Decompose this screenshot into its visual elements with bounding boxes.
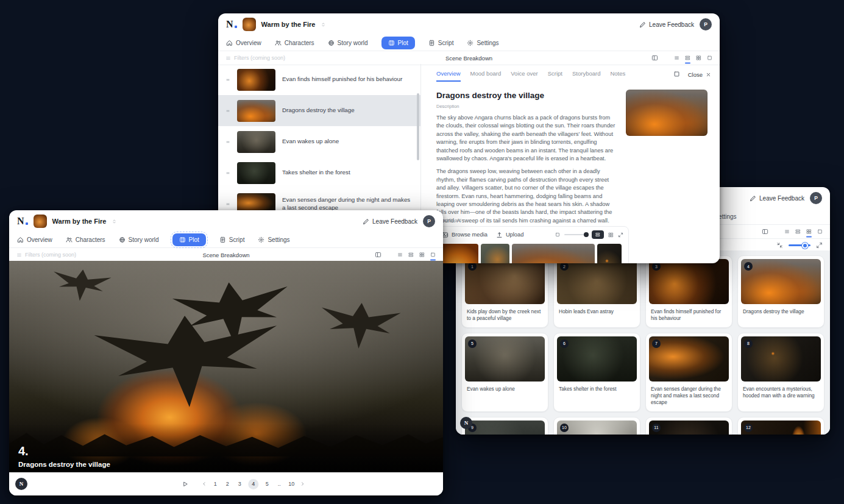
detail-tab-storyboard[interactable]: Storyboard xyxy=(572,70,600,82)
leave-feedback-button[interactable]: Leave Feedback xyxy=(750,195,804,202)
drag-handle-icon[interactable] xyxy=(225,171,230,176)
grid-view-icon[interactable] xyxy=(806,229,812,235)
scene-list-item[interactable]: Takes shelter in the forest xyxy=(218,157,420,188)
tab-story-world[interactable]: Story world xyxy=(119,236,159,243)
scene-card[interactable]: 1Kids play down by the creek next to a p… xyxy=(461,255,548,328)
leave-feedback-button[interactable]: Leave Feedback xyxy=(639,21,694,28)
scene-card[interactable]: 12 xyxy=(737,417,824,435)
user-avatar[interactable]: P xyxy=(700,18,712,30)
tab-script[interactable]: Script xyxy=(428,40,454,46)
page-2[interactable]: 2 xyxy=(224,481,231,487)
expand-icon[interactable] xyxy=(816,240,823,251)
mood-image-green-dragon[interactable] xyxy=(481,244,509,263)
page-3[interactable]: 3 xyxy=(236,481,243,487)
zoom-slider[interactable] xyxy=(789,244,810,246)
list-view-icon[interactable] xyxy=(784,229,790,235)
drag-handle-icon[interactable] xyxy=(225,77,230,82)
scrollbar[interactable] xyxy=(417,93,419,160)
rows-view-icon[interactable] xyxy=(795,229,801,235)
thumbnail-size-slider[interactable] xyxy=(564,234,587,235)
detail-tab-overview[interactable]: Overview xyxy=(436,70,461,82)
tab-plot[interactable]: Plot xyxy=(381,37,415,49)
assistant-fab[interactable]: N xyxy=(15,478,27,490)
list-view-icon[interactable] xyxy=(397,252,403,258)
project-select-caret-icon[interactable] xyxy=(112,219,117,224)
upload-button[interactable]: Upload xyxy=(496,232,523,238)
user-avatar[interactable]: P xyxy=(423,215,435,227)
play-button[interactable] xyxy=(182,481,188,488)
tab-script[interactable]: Script xyxy=(219,236,245,243)
slider-knob[interactable] xyxy=(584,232,589,237)
tab-characters[interactable]: Characters xyxy=(66,236,105,243)
drag-handle-icon[interactable] xyxy=(225,108,230,113)
scene-number-badge: 5 xyxy=(468,339,477,348)
mood-image-dark-dragon[interactable] xyxy=(597,244,622,263)
collapse-icon[interactable] xyxy=(776,240,783,251)
next-page-button[interactable] xyxy=(300,481,305,486)
scene-card[interactable]: 5Evan wakes up alone xyxy=(461,333,548,412)
scene-hero-image[interactable]: 4. Dragons destroy the village xyxy=(9,261,443,472)
mood-image-burning-village[interactable] xyxy=(512,244,595,263)
page-1[interactable]: 1 xyxy=(211,481,219,487)
tab-settings[interactable]: Settings xyxy=(258,236,289,243)
tab-settings[interactable]: Settings xyxy=(467,40,498,46)
scene-card[interactable]: 3Evan finds himself punished for his beh… xyxy=(645,255,732,328)
scene-list-item[interactable]: Evan finds himself punished for his beha… xyxy=(218,64,420,95)
single-view-icon[interactable] xyxy=(430,252,436,258)
board-icon xyxy=(388,40,395,46)
project-title[interactable]: Warm by the Fire xyxy=(52,218,107,225)
page-4-active[interactable]: 4 xyxy=(248,479,258,489)
zoom-slider-knob[interactable] xyxy=(802,243,808,249)
scene-card[interactable]: 11 xyxy=(645,417,732,435)
kanban-view-icon[interactable] xyxy=(375,252,381,258)
filters-button[interactable]: Filters (coming soon) xyxy=(16,252,76,258)
scene-list-item-selected[interactable]: Dragons destroy the village xyxy=(218,95,420,126)
rows-view-icon[interactable] xyxy=(685,55,690,61)
grid-view-icon[interactable] xyxy=(419,252,425,258)
prev-page-button[interactable] xyxy=(202,481,207,486)
detail-tab-script[interactable]: Script xyxy=(548,70,562,82)
project-title[interactable]: Warm by the Fire xyxy=(261,21,316,28)
scene-card[interactable]: 10 xyxy=(553,417,640,435)
rows-view-icon[interactable] xyxy=(408,252,414,258)
close-panel-button[interactable]: Close xyxy=(688,71,711,78)
page-5[interactable]: 5 xyxy=(263,481,271,487)
scene-detail-thumbnail[interactable] xyxy=(626,90,707,136)
single-view-icon[interactable] xyxy=(817,229,823,235)
grid-view-icon[interactable] xyxy=(608,232,614,238)
tab-overview[interactable]: Overview xyxy=(17,236,52,243)
mood-image-fire-dragon[interactable] xyxy=(438,244,478,263)
drag-handle-icon[interactable] xyxy=(225,202,230,207)
scene-card[interactable]: 8Evan encounters a mysterious, hooded ma… xyxy=(737,333,824,412)
browse-media-button[interactable]: Browse media xyxy=(442,232,488,238)
drag-handle-icon[interactable] xyxy=(225,140,230,144)
scene-card[interactable]: 6Takes shelter in the forest xyxy=(553,333,640,412)
filters-button[interactable]: Filters (coming soon) xyxy=(225,55,285,61)
kanban-view-icon[interactable] xyxy=(651,55,658,62)
page-10[interactable]: 10 xyxy=(288,481,295,487)
project-select-caret-icon[interactable] xyxy=(321,22,326,27)
scene-list-item[interactable]: Evan wakes up alone xyxy=(218,126,420,157)
list-view-icon[interactable] xyxy=(674,55,679,61)
detail-tab-notes[interactable]: Notes xyxy=(610,70,625,82)
tab-story-world[interactable]: Story world xyxy=(328,40,368,46)
scene-card[interactable]: 7Evan senses danger during the night and… xyxy=(645,333,732,412)
kanban-view-icon[interactable] xyxy=(762,229,768,235)
scene-caption: Evan encounters a mysterious, hooded man… xyxy=(741,386,821,399)
user-avatar[interactable]: P xyxy=(810,192,822,204)
scene-card[interactable]: 2Hobin leads Evan astray xyxy=(553,255,640,328)
expand-icon[interactable] xyxy=(618,232,623,238)
grid-view-icon[interactable] xyxy=(696,55,701,61)
detail-tab-mood-board[interactable]: Mood board xyxy=(470,70,502,82)
tab-plot[interactable]: Plot xyxy=(172,233,206,246)
scene-card[interactable]: 4Dragons destroy the village xyxy=(737,255,824,328)
assistant-fab[interactable]: N xyxy=(460,417,472,429)
scene-card[interactable]: 9 xyxy=(461,417,548,435)
tab-overview[interactable]: Overview xyxy=(226,40,261,46)
leave-feedback-button[interactable]: Leave Feedback xyxy=(363,218,417,225)
masonry-view-toggle[interactable] xyxy=(592,230,604,239)
tab-characters[interactable]: Characters xyxy=(275,40,314,46)
expand-panel-icon[interactable] xyxy=(673,71,680,79)
detail-tab-voice-over[interactable]: Voice over xyxy=(511,70,537,82)
single-view-icon[interactable] xyxy=(707,55,712,61)
